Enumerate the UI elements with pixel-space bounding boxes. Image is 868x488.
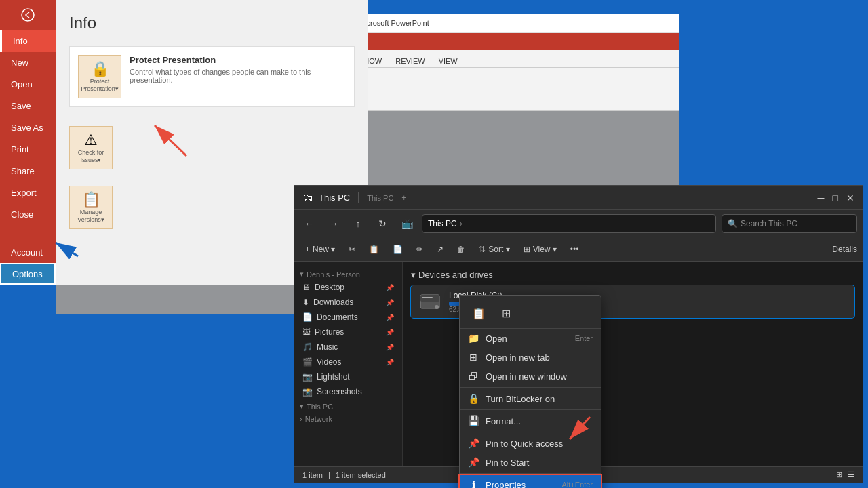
- cm-properties-label: Properties: [486, 480, 526, 489]
- sidebar-item-save-as[interactable]: Save As: [0, 117, 56, 138]
- fe-breadcrumb[interactable]: This PC ›: [422, 214, 716, 233]
- check-icon: ⚠: [84, 131, 98, 149]
- share-cmd-btn[interactable]: ↗: [431, 241, 449, 258]
- sidebar-item-new[interactable]: New: [0, 52, 56, 73]
- tab-view[interactable]: VIEW: [432, 55, 465, 67]
- sidebar-item-desktop[interactable]: 🖥 Desktop 📌: [294, 280, 402, 295]
- pin-icon: 📌: [386, 284, 394, 291]
- view-cmd-btn[interactable]: ⊞ View ▾: [518, 241, 562, 258]
- cm-properties[interactable]: ℹ Properties Alt+Enter: [460, 475, 601, 488]
- sidebar-item-pictures[interactable]: 🖼 Pictures 📌: [294, 325, 402, 340]
- check-icon-label: Check forIssues▾: [78, 149, 104, 164]
- manage-icon: 📋: [82, 191, 100, 209]
- sidebar-item-options[interactable]: Options: [0, 263, 56, 285]
- grid-view-icon[interactable]: ⊞: [836, 470, 842, 479]
- maximize-icon[interactable]: □: [833, 192, 838, 203]
- fe-titlebar: 🗂 This PC This PC + ─ □ ✕: [294, 186, 863, 210]
- close-icon[interactable]: ✕: [846, 192, 854, 203]
- fe-nav-toolbar: ← → ↑ ↻ 📺 This PC › 🔍 Search This PC: [294, 210, 863, 237]
- screenshots-icon: 📸: [302, 387, 313, 396]
- sidebar-this-pc-label: This PC: [307, 403, 333, 411]
- sidebar-label-save-as: Save As: [11, 123, 43, 133]
- sidebar-item-save[interactable]: Save: [0, 95, 56, 117]
- sidebar-item-videos[interactable]: 🎬 Videos 📌: [294, 354, 402, 369]
- cm-pin-start[interactable]: 📌 Pin to Start: [460, 453, 601, 472]
- sidebar-item-account[interactable]: Account: [0, 241, 56, 263]
- manage-icon-wrap[interactable]: 📋 ManageVersions▾: [69, 186, 113, 229]
- sidebar-item-screenshots[interactable]: 📸 Screenshots: [294, 384, 402, 399]
- sidebar-item-documents[interactable]: 📄 Documents 📌: [294, 310, 402, 325]
- more-cmd-btn[interactable]: •••: [565, 241, 585, 258]
- cm-sep3: [460, 432, 601, 432]
- sort-cmd-btn[interactable]: ⇅ Sort ▾: [473, 241, 515, 258]
- list-view-icon[interactable]: ☰: [848, 470, 854, 479]
- details-label: Details: [832, 245, 857, 254]
- check-icon-wrap[interactable]: ⚠ Check forIssues▾: [69, 126, 113, 169]
- network-chevron-icon: ›: [300, 415, 302, 423]
- cm-share-icon[interactable]: ⊞: [495, 302, 517, 324]
- back-arrow-icon: [21, 8, 35, 22]
- fe-search-box[interactable]: 🔍 Search This PC: [722, 214, 857, 233]
- details-btn[interactable]: Details: [832, 245, 857, 254]
- cm-copy-icon[interactable]: 📋: [468, 302, 490, 324]
- cut-cmd-btn[interactable]: ✂: [343, 241, 361, 258]
- tab-review[interactable]: REVIEW: [389, 55, 431, 67]
- sidebar-item-close[interactable]: Close: [0, 203, 56, 225]
- back-nav-btn[interactable]: ←: [300, 214, 319, 233]
- fe-add-tab-btn[interactable]: +: [401, 193, 406, 203]
- sidebar-section-network[interactable]: › Network: [294, 412, 402, 424]
- sidebar-item-lightshot[interactable]: 📷 Lightshot: [294, 369, 402, 384]
- sidebar-item-downloads[interactable]: ⬇ Downloads 📌: [294, 295, 402, 310]
- up-nav-btn[interactable]: ↑: [349, 214, 368, 233]
- view-label: View ▾: [533, 245, 557, 254]
- delete-cmd-btn[interactable]: 🗑: [452, 241, 471, 258]
- statusbar-count: 1 item: [302, 471, 323, 479]
- cm-new-window-label: Open in new window: [486, 371, 567, 382]
- sidebar-lightshot-label: Lightshot: [317, 372, 350, 382]
- cm-new-tab-label: Open in new tab: [486, 352, 550, 363]
- forward-nav-btn[interactable]: →: [324, 214, 343, 233]
- refresh-nav-btn[interactable]: ↻: [373, 214, 392, 233]
- cm-open[interactable]: 📁 Open Enter: [460, 329, 601, 348]
- cm-open-new-tab[interactable]: ⊞ Open in new tab: [460, 348, 601, 367]
- fe-title-text: This PC: [319, 192, 350, 203]
- paste-cmd-btn[interactable]: 📄: [387, 241, 408, 258]
- sidebar-screenshots-label: Screenshots: [317, 387, 362, 396]
- cm-pin-start-label: Pin to Start: [486, 458, 529, 468]
- new-label: New ▾: [313, 245, 335, 254]
- sidebar-item-print[interactable]: Print: [0, 138, 56, 160]
- search-placeholder: Search This PC: [741, 219, 797, 228]
- sidebar-section-person[interactable]: ▾ Dennis - Person: [294, 267, 402, 280]
- protect-icon-wrap[interactable]: 🔒 ProtectPresentation▾: [78, 55, 121, 98]
- cm-open-new-window[interactable]: 🗗 Open in new window: [460, 367, 601, 386]
- cm-bitlocker[interactable]: 🔒 Turn BitLocker on: [460, 389, 601, 408]
- cm-bitlocker-label: Turn BitLocker on: [486, 394, 555, 404]
- cm-open-icon: 📁: [468, 333, 479, 344]
- sidebar-label-share: Share: [11, 166, 35, 176]
- sidebar-item-info[interactable]: Info: [0, 30, 56, 52]
- sidebar-desktop-label: Desktop: [315, 283, 344, 292]
- sidebar-label-close: Close: [11, 209, 33, 220]
- fe-commandbar: + New ▾ ✂ 📋 📄 ✏ ↗ 🗑 ⇅ Sort ▾ ⊞ View ▾ ••…: [294, 237, 863, 262]
- sidebar-item-open[interactable]: Open: [0, 73, 56, 95]
- protect-heading: Protect Presentation: [130, 55, 346, 65]
- music-icon: 🎵: [302, 342, 313, 352]
- breadcrumb-text: This PC: [428, 219, 457, 228]
- cm-format-label: Format...: [486, 416, 521, 426]
- sidebar-section-this-pc[interactable]: ▾ This PC: [294, 399, 402, 412]
- statusbar-divider: |: [328, 471, 330, 479]
- cm-sep2: [460, 409, 601, 410]
- cm-pin-quick[interactable]: 📌 Pin to Quick access: [460, 434, 601, 453]
- search-icon: 🔍: [728, 219, 738, 228]
- new-cmd-btn[interactable]: + New ▾: [300, 241, 340, 258]
- back-button[interactable]: [0, 0, 56, 30]
- chevron-icon: ▾: [300, 270, 304, 279]
- sidebar-item-music[interactable]: 🎵 Music 📌: [294, 340, 402, 354]
- rename-cmd-btn[interactable]: ✏: [411, 241, 429, 258]
- sidebar-item-share[interactable]: Share: [0, 160, 56, 182]
- protect-text: Protect Presentation Control what types …: [130, 55, 346, 84]
- minimize-icon[interactable]: ─: [818, 192, 825, 203]
- sidebar-item-export[interactable]: Export: [0, 182, 56, 203]
- copy-cmd-btn[interactable]: 📋: [363, 241, 384, 258]
- cm-format[interactable]: 💾 Format...: [460, 411, 601, 430]
